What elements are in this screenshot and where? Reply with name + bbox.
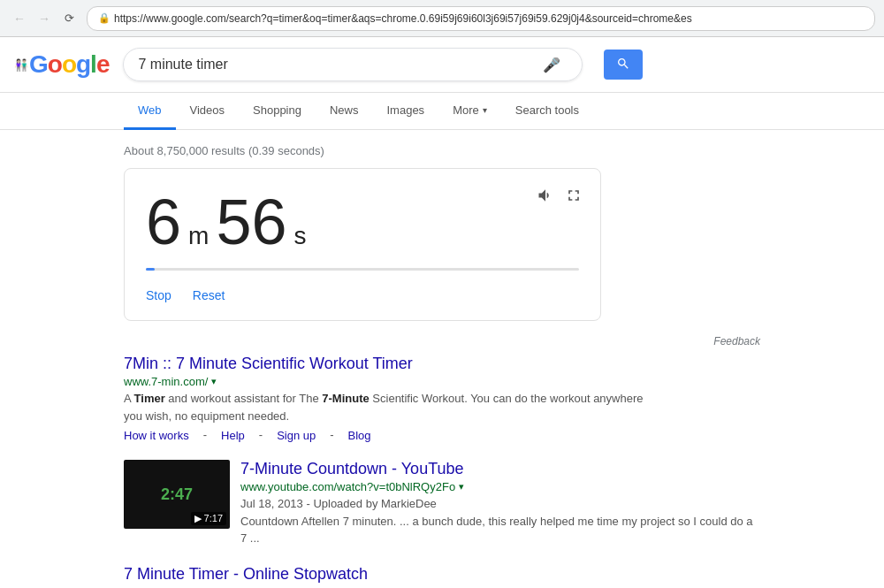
timer-seconds-unit: s — [293, 222, 306, 250]
google-logo: 👫🏻 G o o g l e — [14, 50, 109, 79]
search-result-2: 2:47 ▶ 7:17 7-Minute Countdown - YouTube… — [124, 460, 760, 547]
result-1-snippet: A Timer and workout assistant for The 7-… — [124, 390, 654, 424]
timer-icons — [537, 187, 583, 209]
tab-web[interactable]: Web — [124, 93, 176, 130]
logo-icon: 👫🏻 — [14, 58, 27, 72]
result-3-link[interactable]: 7 Minute Timer - Online Stopwatch — [124, 565, 368, 583]
url-text: https://www.google.com/search?q=timer&oq… — [114, 12, 692, 25]
google-header: 👫🏻 G o o g l e 🎤 — [0, 37, 884, 93]
result-2-meta: Jul 18, 2013 - Uploaded by MarkieDee — [240, 497, 437, 510]
volume-icon[interactable] — [537, 187, 554, 209]
sitelink-sign-up[interactable]: Sign up — [277, 429, 316, 442]
tab-videos[interactable]: Videos — [176, 93, 240, 130]
feedback-link: Feedback — [124, 335, 760, 347]
timer-buttons: Stop Reset — [146, 281, 579, 306]
search-result-1: 7Min :: 7 Minute Scientific Workout Time… — [124, 355, 760, 442]
result-2-url-line: www.youtube.com/watch?v=t0bNlRQy2Fo ▾ — [240, 480, 760, 493]
result-1-link[interactable]: 7Min :: 7 Minute Scientific Workout Time… — [124, 355, 413, 372]
sitelink-how-it-works[interactable]: How it works — [124, 429, 189, 442]
timer-progress-bar — [146, 268, 155, 271]
result-2-snippet: Jul 18, 2013 - Uploaded by MarkieDee Cou… — [240, 495, 760, 547]
timer-widget: 6 m 56 s Stop Reset — [124, 168, 601, 321]
forward-button[interactable]: → — [34, 8, 55, 29]
search-button[interactable] — [604, 50, 643, 80]
result-2-title: 7-Minute Countdown - YouTube — [240, 460, 760, 478]
address-bar[interactable]: 🔒 https://www.google.com/search?q=timer&… — [87, 6, 875, 31]
results-area: About 8,750,000 results (0.39 seconds) 6… — [0, 130, 884, 588]
tab-news[interactable]: News — [316, 93, 373, 130]
timer-display: 6 m 56 s — [146, 190, 579, 254]
tab-shopping[interactable]: Shopping — [239, 93, 316, 130]
tab-images[interactable]: Images — [372, 93, 438, 130]
search-box: 🎤 — [123, 48, 583, 81]
tab-search-tools[interactable]: Search tools — [501, 93, 593, 130]
result-1-url: www.7-min.com/ — [124, 375, 208, 388]
result-2-text: Countdown Aftellen 7 minuten. ... a bunc… — [240, 515, 753, 546]
thumb-timer-display: 2:47 — [161, 485, 193, 504]
logo-letter-g: G — [29, 50, 48, 79]
result-1-url-arrow[interactable]: ▾ — [211, 376, 217, 387]
logo-letter-g2: g — [76, 50, 90, 79]
timer-minutes: 6 — [146, 190, 181, 254]
logo-letter-e: e — [96, 50, 110, 79]
result-1-sitelinks: How it works - Help - Sign up - Blog — [124, 428, 760, 442]
result-2-with-thumb: 2:47 ▶ 7:17 7-Minute Countdown - YouTube… — [124, 460, 760, 547]
reset-button[interactable]: Reset — [193, 285, 225, 306]
nav-tabs: Web Videos Shopping News Images More ▾ S… — [0, 93, 884, 130]
browser-bar: ← → ⟳ 🔒 https://www.google.com/search?q=… — [0, 0, 884, 37]
stop-button[interactable]: Stop — [146, 285, 171, 306]
result-1-title: 7Min :: 7 Minute Scientific Workout Time… — [124, 355, 760, 373]
microphone-icon[interactable]: 🎤 — [543, 57, 560, 73]
result-2-url: www.youtube.com/watch?v=t0bNlRQy2Fo — [240, 480, 455, 493]
result-2-link[interactable]: 7-Minute Countdown - YouTube — [240, 460, 464, 477]
logo-letter-o2: o — [62, 50, 76, 79]
logo-letter-l: l — [90, 50, 96, 79]
result-1-url-line: www.7-min.com/ ▾ — [124, 375, 760, 388]
result-2-url-arrow[interactable]: ▾ — [459, 481, 464, 493]
nav-buttons: ← → ⟳ — [9, 8, 80, 29]
search-icon — [616, 57, 630, 71]
result-2-thumbnail[interactable]: 2:47 ▶ 7:17 — [124, 460, 230, 529]
more-arrow-icon: ▾ — [483, 105, 487, 115]
fullscreen-icon[interactable] — [565, 187, 583, 209]
tab-more[interactable]: More ▾ — [438, 93, 501, 130]
thumb-duration: ▶ 7:17 — [191, 512, 226, 525]
lock-icon: 🔒 — [98, 12, 110, 24]
refresh-button[interactable]: ⟳ — [58, 8, 80, 29]
timer-seconds: 56 — [216, 190, 286, 254]
back-button[interactable]: ← — [9, 8, 30, 29]
timer-minutes-unit: m — [188, 222, 209, 250]
sitelink-blog[interactable]: Blog — [348, 429, 371, 442]
sitelink-help[interactable]: Help — [221, 429, 245, 442]
logo-letter-o1: o — [48, 50, 62, 79]
results-count: About 8,750,000 results (0.39 seconds) — [124, 137, 760, 168]
result-2-content: 7-Minute Countdown - YouTube www.youtube… — [240, 460, 760, 547]
timer-progress-bar-container — [146, 268, 579, 271]
result-3-title: 7 Minute Timer - Online Stopwatch — [124, 565, 760, 584]
search-input[interactable] — [138, 57, 543, 73]
feedback-text[interactable]: Feedback — [713, 335, 760, 347]
search-result-3: 7 Minute Timer - Online Stopwatch — [124, 565, 760, 584]
